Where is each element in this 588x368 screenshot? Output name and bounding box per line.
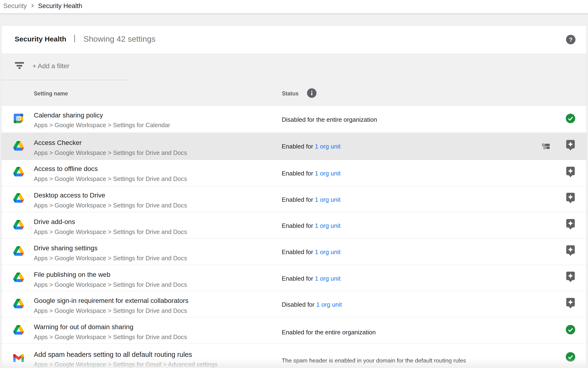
svg-text:?: ? <box>569 37 573 43</box>
